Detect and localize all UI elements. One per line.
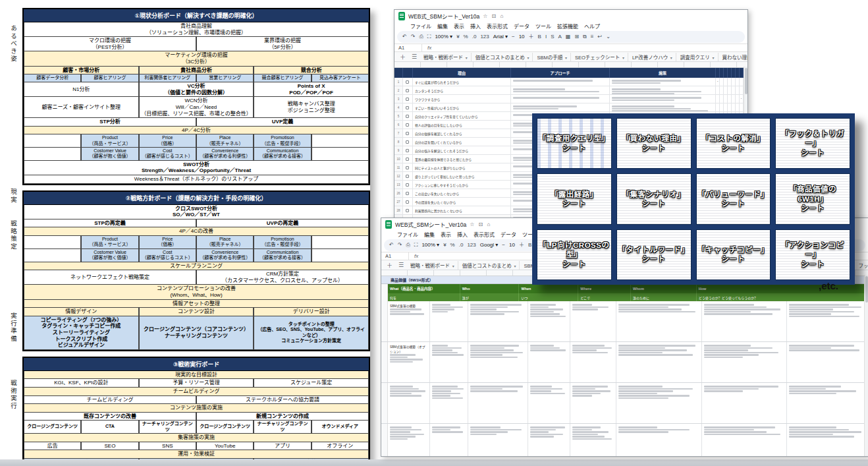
font-size-value[interactable]: 10 [519,34,525,40]
add-sheet-button[interactable]: ＋ [384,261,395,270]
row-checkbox[interactable] [406,175,409,178]
sheet-tab[interactable]: フック＆トリガー ▾ [855,261,868,270]
row-checkbox[interactable] [406,80,409,84]
font-select[interactable]: Googl ▾ [480,243,499,248]
row-checkbox[interactable] [406,149,409,152]
menu-拡張機能[interactable]: 拡張機能 [557,22,578,30]
menu-編集[interactable]: 編集 [424,231,435,238]
more-icon[interactable]: ⌄ [606,34,610,40]
vertical-scrollbar[interactable] [864,275,868,456]
menu-編集[interactable]: 編集 [437,22,448,30]
row-checkbox[interactable] [406,89,409,92]
row-checkbox[interactable] [406,140,409,144]
font-size-minus-icon[interactable]: − [502,243,505,248]
print-icon[interactable]: ⎙ [419,34,423,40]
row-checkbox[interactable] [406,106,409,109]
row-checkbox[interactable] [406,166,409,169]
redo-icon[interactable]: ↷ [411,34,416,40]
menu-挿入[interactable]: 挿入 [457,231,468,238]
font-size-minus-icon[interactable]: − [512,34,515,40]
row-checkbox[interactable] [406,192,409,195]
menu-表示形式[interactable]: 表示形式 [474,231,495,238]
wrap-icon[interactable]: ↩ [597,34,602,40]
undo-icon[interactable]: ↶ [389,243,394,248]
sheet-tab[interactable]: LP改善ノウハウ ▾ [629,53,676,61]
titlebar-icons[interactable]: ☆ ⊡ ⌂ [483,13,504,19]
text-line [390,426,412,428]
bold-icon[interactable]: B [528,243,531,248]
paint-format-icon[interactable]: ⛶ [427,34,431,40]
titlebar-icons[interactable]: ☆ ⊡ ⌂ [470,221,491,227]
menu-ヘルプ[interactable]: ヘルプ [584,22,600,30]
font-size-plus-icon[interactable]: ＋ [529,34,534,40]
percent-icon[interactable]: % [464,34,468,40]
data-row: SBM式集客の構築（オプション） [381,342,868,383]
reason-cell: すぐに成果が得られそうだから [413,78,511,86]
text-line [618,390,673,392]
data-cell [616,301,702,341]
row-checkbox[interactable] [406,98,409,101]
row-checkbox[interactable] [406,115,409,118]
strikethrough-icon[interactable]: S [551,34,554,40]
sheet-tab[interactable]: 価値とコストのまとめ ▾ [459,261,520,270]
decimal-icon[interactable]: .0 [472,34,477,40]
row-checkbox[interactable] [406,123,409,127]
all-sheets-button[interactable]: ☰ [409,53,420,60]
text-line [513,108,558,110]
menu-表示[interactable]: 表示 [454,22,464,30]
undo-icon[interactable]: ↶ [402,34,407,40]
menu-データ[interactable]: データ [514,22,529,30]
merge-icon[interactable]: ⧉ [583,34,587,40]
cell-name-box[interactable]: A1 [394,44,422,51]
thumbnail-label-suffix: シート [562,199,586,208]
all-sheets-button[interactable]: ☰ [396,262,406,268]
row-checkbox[interactable] [406,183,409,187]
sheet-tab[interactable]: SEOチェックシート ▾ [572,53,628,61]
menu-表示形式[interactable]: 表示形式 [487,22,508,30]
sheet-tab[interactable]: SBMの手順 ▾ [533,53,570,61]
add-sheet-button[interactable]: ＋ [397,53,408,61]
align-icon[interactable]: ≡ [591,34,594,40]
currency-icon[interactable]: ¥ [443,243,446,248]
menu-ファイル[interactable]: ファイル [410,22,431,30]
number-format-icon[interactable]: 123 [480,34,489,40]
number-format-icon[interactable]: 123 [467,243,475,248]
menu-挿入[interactable]: 挿入 [470,22,481,30]
sheet-tab[interactable]: 戦略・戦術ボード ▾ [420,53,472,61]
font-size-plus-icon[interactable]: ＋ [519,243,524,248]
menu-データ[interactable]: データ [501,231,516,238]
text-line [789,311,854,313]
sheet-tab[interactable]: 調査用クエリ ▾ [677,53,719,61]
sheet-tab[interactable]: 価値とコストのまとめ ▾ [472,53,533,61]
cell-name-box[interactable]: A1 [381,252,409,260]
text-color-icon[interactable]: A [558,34,561,40]
row-checkbox[interactable] [406,158,409,161]
menu-表示[interactable]: 表示 [441,231,451,238]
fill-color-icon[interactable]: ▦ [566,34,571,40]
text-line [612,108,691,110]
redo-icon[interactable]: ↷ [398,243,402,248]
sheet-tab[interactable]: 戦略・戦術ボード ▾ [407,261,458,270]
scrollbar-thumb[interactable] [865,276,868,303]
sheet-tab[interactable]: 買わない理由 ▾ [719,53,747,61]
tab-caret-icon: ▾ [669,56,672,60]
decimal-icon[interactable]: .0 [459,243,464,248]
zoom-select[interactable]: 100% ▾ [435,34,452,40]
menu-ファイル[interactable]: ファイル [397,231,418,238]
percent-icon[interactable]: % [450,243,455,248]
print-icon[interactable]: ⎙ [406,243,410,248]
scrollbar-thumb[interactable] [745,68,747,94]
zoom-select[interactable]: 100% ▾ [421,243,439,248]
row-checkbox[interactable] [406,132,409,135]
borders-icon[interactable]: ⊞ [574,34,579,40]
currency-icon[interactable]: ¥ [456,34,459,40]
paint-format-icon[interactable]: ⛶ [414,243,418,248]
row-checkbox[interactable] [406,200,409,204]
menu-ツール[interactable]: ツール [535,22,551,30]
font-size-value[interactable]: 10 [509,243,515,248]
font-select[interactable]: Arial ▾ [493,34,508,40]
row-checkbox[interactable] [406,209,409,212]
italic-icon[interactable]: I [545,34,547,40]
bold-icon[interactable]: B [538,34,541,40]
sheet-thumbnail-label: 「キャッチコピー」シート [697,230,771,279]
